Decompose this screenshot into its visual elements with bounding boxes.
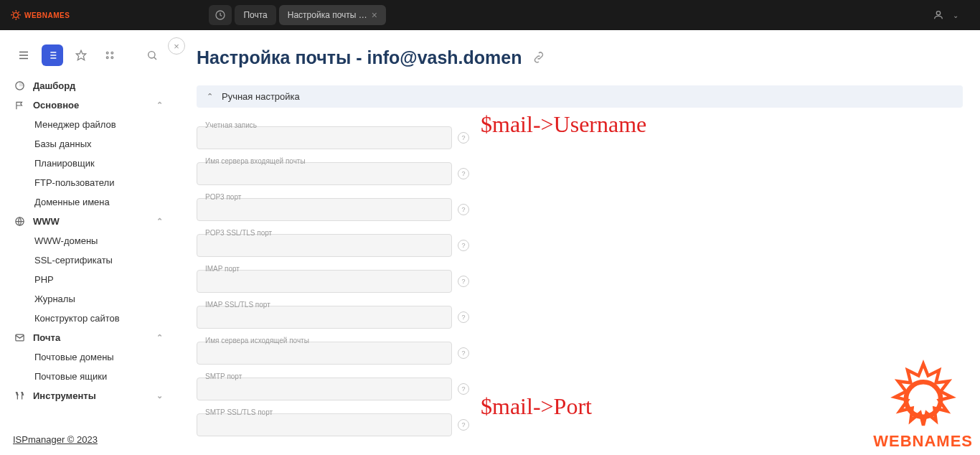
watermark: WEBNAMES <box>873 356 973 451</box>
hamburger-icon[interactable] <box>13 44 34 66</box>
sidebar-section-tools[interactable]: Инструменты ⌄ <box>0 386 176 405</box>
help-icon[interactable]: ? <box>458 132 469 144</box>
sidebar-section-www[interactable]: WWW ⌃ <box>0 212 176 231</box>
chevron-up-icon: ⌃ <box>156 217 163 226</box>
sidebar-section-label: Почта <box>33 332 60 343</box>
close-icon[interactable]: × <box>372 9 377 21</box>
help-icon[interactable]: ? <box>458 311 469 323</box>
help-icon[interactable]: ? <box>458 168 469 179</box>
chevron-up-icon: ⌃ <box>156 333 163 342</box>
sidebar-item-php[interactable]: PHP <box>0 270 176 289</box>
help-icon[interactable]: ? <box>458 419 469 431</box>
sidebar-item-maildomains[interactable]: Почтовые домены <box>0 347 176 367</box>
tools-icon <box>13 390 26 401</box>
tab-area: Почта Настройка почты … × <box>209 5 386 25</box>
sidebar-item-databases[interactable]: Базы данных <box>0 134 176 154</box>
flag-icon <box>13 100 26 111</box>
account-input[interactable] <box>197 126 452 149</box>
svg-point-0 <box>14 13 19 18</box>
page-title: Настройка почты - info@vash.domen <box>197 47 963 68</box>
form-row-incoming: Имя сервера входящей почты ? <box>197 162 963 185</box>
close-panel-button[interactable]: × <box>168 37 185 55</box>
svg-marker-3 <box>76 50 85 60</box>
sidebar-item-mailboxes[interactable]: Почтовые ящики <box>0 367 176 386</box>
logo[interactable]: WEBNAMES <box>0 9 80 21</box>
form-area: Учетная запись ? Имя сервера входящей по… <box>197 108 963 436</box>
sidebar-item-builder[interactable]: Конструктор сайтов <box>0 309 176 328</box>
watermark-text: WEBNAMES <box>873 432 973 451</box>
tab-label: Настройка почты … <box>288 10 367 20</box>
star-icon[interactable] <box>70 44 92 66</box>
sidebar-toolbar <box>0 39 176 76</box>
accordion-header[interactable]: ⌃ Ручная настройка <box>197 85 963 108</box>
form-row-imapssl: IMAP SSL/TLS порт ? <box>197 306 963 329</box>
sidebar-item-label: Дашборд <box>33 80 75 91</box>
svg-point-6 <box>106 57 108 59</box>
form-row-outgoing: Имя сервера исходящей почты ? <box>197 342 963 365</box>
sidebar-item-filemanager[interactable]: Менеджер файлов <box>0 115 176 134</box>
pop3-ssl-port-input[interactable] <box>197 234 452 257</box>
dashboard-icon <box>13 80 26 91</box>
sidebar-section-label: Основное <box>33 100 79 111</box>
smtp-port-input[interactable] <box>197 377 452 400</box>
help-icon[interactable]: ? <box>458 240 469 251</box>
globe-icon <box>13 216 26 227</box>
sidebar-section-main[interactable]: Основное ⌃ <box>0 95 176 115</box>
sidebar-item-wwwdomains[interactable]: WWW-домены <box>0 231 176 250</box>
help-icon[interactable]: ? <box>458 383 469 395</box>
user-area[interactable]: ⌄ <box>911 9 980 21</box>
help-icon[interactable]: ? <box>458 204 469 215</box>
sidebar-item-ssl[interactable]: SSL-сертификаты <box>0 250 176 270</box>
svg-point-4 <box>106 52 108 54</box>
help-icon[interactable]: ? <box>458 276 469 287</box>
chevron-up-icon: ⌃ <box>156 100 163 110</box>
svg-point-2 <box>936 11 940 15</box>
sidebar-item-dashboard[interactable]: Дашборд <box>0 76 176 95</box>
link-icon[interactable] <box>532 47 545 68</box>
svg-point-8 <box>149 52 155 58</box>
help-icon[interactable]: ? <box>458 347 469 359</box>
sidebar-item-scheduler[interactable]: Планировщик <box>0 154 176 173</box>
apps-icon[interactable] <box>99 44 121 66</box>
form-row-pop3: POP3 порт ? <box>197 198 963 221</box>
chevron-up-icon: ⌃ <box>207 92 213 101</box>
chevron-down-icon: ⌄ <box>953 11 958 19</box>
list-icon[interactable] <box>42 44 63 66</box>
imap-ssl-port-input[interactable] <box>197 306 452 329</box>
sidebar-section-mail[interactable]: Почта ⌃ <box>0 328 176 347</box>
history-icon[interactable] <box>209 5 232 25</box>
annotation-port: $mail->Port <box>481 393 592 420</box>
smtp-ssl-port-input[interactable] <box>197 413 452 436</box>
search-icon[interactable] <box>141 44 163 66</box>
logo-text: WEBNAMES <box>24 11 70 19</box>
logo-icon <box>10 9 22 21</box>
svg-point-5 <box>111 52 113 54</box>
watermark-icon <box>877 356 970 435</box>
svg-point-7 <box>111 57 113 59</box>
pop3-port-input[interactable] <box>197 198 452 221</box>
tab-label: Почта <box>243 10 267 20</box>
chevron-down-icon: ⌄ <box>156 391 163 400</box>
accordion-title: Ручная настройка <box>222 91 300 102</box>
topbar: WEBNAMES Почта Настройка почты … × ⌄ <box>0 0 980 30</box>
tab-mail[interactable]: Почта <box>235 5 275 25</box>
main-content: Настройка почты - info@vash.domen ⌃ Ручн… <box>187 30 980 455</box>
form-row-imap: IMAP порт ? <box>197 270 963 293</box>
footer-link[interactable]: ISPmanager © 2023 <box>13 434 98 445</box>
annotation-username: $mail->Username <box>481 111 646 138</box>
imap-port-input[interactable] <box>197 270 452 293</box>
incoming-server-input[interactable] <box>197 162 452 185</box>
tab-mail-settings[interactable]: Настройка почты … × <box>279 5 386 25</box>
sidebar-item-domains[interactable]: Доменные имена <box>0 192 176 212</box>
user-icon <box>933 9 944 21</box>
form-row-pop3ssl: POP3 SSL/TLS порт ? <box>197 234 963 257</box>
sidebar-item-ftp[interactable]: FTP-пользователи <box>0 173 176 192</box>
mail-icon <box>13 332 26 343</box>
sidebar-item-logs[interactable]: Журналы <box>0 289 176 309</box>
outgoing-server-input[interactable] <box>197 342 452 365</box>
sidebar-section-label: WWW <box>33 216 60 227</box>
sidebar-section-label: Инструменты <box>33 390 96 401</box>
sidebar: Дашборд Основное ⌃ Менеджер файлов Базы … <box>0 30 176 455</box>
